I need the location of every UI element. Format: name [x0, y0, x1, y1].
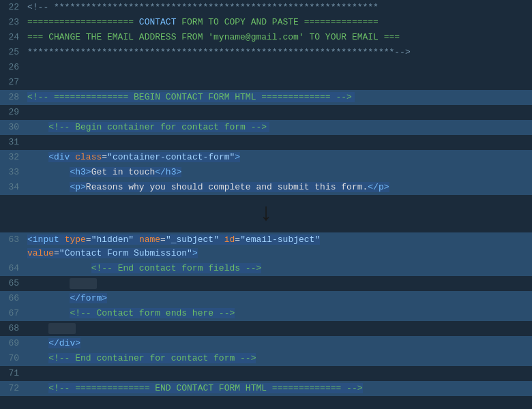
- code-line-25: 25 *************************************…: [0, 45, 532, 60]
- code-line-65: 65: [0, 276, 532, 291]
- line-num-23: 23: [0, 16, 27, 29]
- line-num-30: 30: [0, 121, 27, 134]
- line-num-29: 29: [0, 106, 27, 119]
- line-num-69: 69: [0, 337, 27, 350]
- line-num-33: 33: [0, 166, 27, 179]
- line-content-65: [27, 277, 532, 290]
- code-line-28: 28 <!-- ============== BEGIN CONTACT FOR…: [0, 90, 532, 105]
- line-content-33: <h3>Get in touch</h3>: [27, 166, 532, 179]
- code-line-70: 70 <!-- End container for contact form -…: [0, 351, 532, 366]
- line-num-34: 34: [0, 181, 27, 194]
- line-num-68: 68: [0, 322, 27, 335]
- line-content-72: <!-- ============== END CONTACT FORM HTM…: [27, 382, 532, 395]
- top-panel: 22 <!-- ********************************…: [0, 0, 532, 195]
- code-line-26: 26: [0, 60, 532, 75]
- line-content-67: <!-- Contact form ends here -->: [27, 307, 532, 320]
- code-line-30: 30 <!-- Begin container for contact form…: [0, 120, 532, 135]
- code-line-27: 27: [0, 75, 532, 90]
- line-num-26: 26: [0, 61, 27, 74]
- line-num-31: 31: [0, 136, 27, 149]
- bottom-panel: 63 <input type="hidden" name="_subject" …: [0, 232, 532, 396]
- code-line-69: 69 </div>: [0, 336, 532, 351]
- code-line-24: 24 === CHANGE THE EMAIL ADDRESS FROM 'my…: [0, 30, 532, 45]
- line-num-22: 22: [0, 1, 27, 14]
- line-content-24: === CHANGE THE EMAIL ADDRESS FROM 'mynam…: [27, 31, 532, 44]
- line-content-63a: <input type="hidden" name="_subject" id=…: [27, 233, 532, 247]
- line-num-70: 70: [0, 352, 27, 365]
- code-line-63: 63 <input type="hidden" name="_subject" …: [0, 232, 532, 261]
- code-line-32: 32 <div class="container-contact-form">: [0, 150, 532, 165]
- line-num-66: 66: [0, 292, 27, 305]
- line-num-28: 28: [0, 91, 27, 104]
- code-line-71: 71: [0, 366, 532, 381]
- line-content-32: <div class="container-contact-form">: [27, 151, 532, 164]
- line-content-69: </div>: [27, 337, 532, 350]
- arrow-section: ↓: [0, 195, 532, 232]
- line-num-71: 71: [0, 367, 27, 380]
- editor: 22 <!-- ********************************…: [0, 0, 532, 396]
- line-num-32: 32: [0, 151, 27, 164]
- code-line-23: 23 ==================== CONTACT FORM TO …: [0, 15, 532, 30]
- arrow-down-icon: ↓: [258, 202, 274, 226]
- code-line-34: 34 <p>Reasons why you should complete an…: [0, 180, 532, 195]
- line-num-67: 67: [0, 307, 27, 320]
- code-line-67: 67 <!-- Contact form ends here -->: [0, 306, 532, 321]
- line-content-30: <!-- Begin container for contact form --…: [27, 121, 532, 134]
- line-content-25: ****************************************…: [27, 46, 532, 59]
- code-line-33: 33 <h3>Get in touch</h3>: [0, 165, 532, 180]
- line-content-63b: value="Contact Form Submission">: [27, 247, 532, 260]
- line-num-72: 72: [0, 382, 27, 395]
- code-line-66: 66 </form>: [0, 291, 532, 306]
- line-num-64: 64: [0, 262, 27, 275]
- code-line-31: 31: [0, 135, 532, 150]
- code-line-22: 22 <!-- ********************************…: [0, 0, 532, 15]
- line-num-25: 25: [0, 46, 27, 59]
- code-line-64: 64 <!-- End contact form fields -->: [0, 261, 532, 276]
- line-content-68: [27, 322, 532, 335]
- line-content-64: <!-- End contact form fields -->: [27, 262, 532, 275]
- line-num-24: 24: [0, 31, 27, 44]
- code-line-72: 72 <!-- ============== END CONTACT FORM …: [0, 381, 532, 396]
- line-num-27: 27: [0, 76, 27, 89]
- code-line-68: 68: [0, 321, 532, 336]
- line-content-70: <!-- End container for contact form -->: [27, 352, 532, 365]
- line-content-28: <!-- ============== BEGIN CONTACT FORM H…: [27, 91, 532, 104]
- line-num-65: 65: [0, 277, 27, 290]
- line-num-63: 63: [0, 233, 27, 247]
- line-content-66: </form>: [27, 292, 532, 305]
- line-content-34: <p>Reasons why you should complete and s…: [27, 181, 532, 194]
- line-content-22: <!-- ***********************************…: [27, 1, 532, 14]
- code-line-29: 29: [0, 105, 532, 120]
- line-content-23: ==================== CONTACT FORM TO COP…: [27, 16, 532, 29]
